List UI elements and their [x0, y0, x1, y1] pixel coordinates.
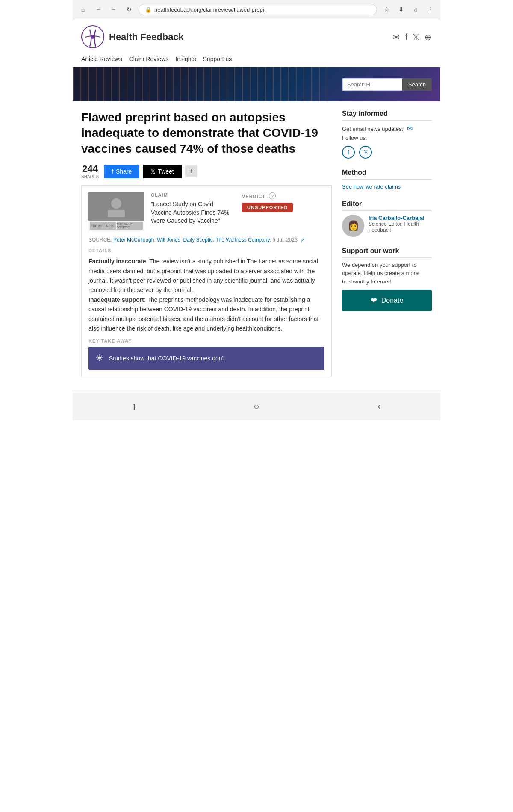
- source-author-4[interactable]: The Wellness Company: [215, 237, 269, 243]
- support-text: We depend on your support to operate. He…: [342, 261, 432, 286]
- search-button[interactable]: Search: [402, 78, 432, 91]
- facebook-share-label: Share: [116, 168, 132, 175]
- source-prefix: SOURCE:: [88, 237, 112, 243]
- nav-support-us[interactable]: Support us: [203, 53, 239, 67]
- donate-button[interactable]: ❤ Donate: [342, 290, 432, 311]
- claim-column: CLAIM "Lancet Study on Covid Vaccine Aut…: [151, 192, 233, 231]
- inadequate-support-label: Inadequate support: [88, 296, 144, 303]
- facebook-share-icon: f: [112, 168, 113, 175]
- facebook-share-button[interactable]: f Share: [104, 165, 139, 178]
- bottom-tabs-button[interactable]: ⫿: [124, 397, 143, 416]
- key-takeaway-label: KEY TAKE AWAY: [88, 338, 324, 343]
- support-title: Support our work: [342, 247, 432, 258]
- source-author-3[interactable]: Daily Sceptic: [183, 237, 212, 243]
- source-author-2[interactable]: Will Jones: [157, 237, 180, 243]
- claim-card: THE WELLNESS THE DAILY SCEPTIC CLAIM "La…: [81, 185, 332, 377]
- sidebar-method: Method See how we rate claims: [342, 169, 432, 190]
- shares-number: 244: [81, 163, 99, 174]
- donate-label: Donate: [381, 297, 404, 304]
- nav-claim-reviews[interactable]: Claim Reviews: [129, 53, 176, 67]
- email-icon[interactable]: ✉: [392, 32, 400, 42]
- editor-avatar: 👩: [342, 215, 364, 237]
- nav-insights[interactable]: Insights: [175, 53, 203, 67]
- twitter-share-icon: 𝕏: [150, 168, 155, 175]
- hero-banner: Search: [73, 67, 440, 101]
- source-line: SOURCE: Peter McCullough, Will Jones, Da…: [88, 237, 324, 243]
- sidebar-support: Support our work We depend on your suppo…: [342, 247, 432, 312]
- twitter-icon[interactable]: 𝕏: [413, 32, 419, 42]
- method-title: Method: [342, 169, 432, 180]
- editor-role: Science Editor, Health Feedback: [369, 221, 432, 233]
- donate-icon: ❤: [371, 296, 377, 305]
- star-button[interactable]: ☆: [380, 3, 392, 15]
- facebook-icon[interactable]: f: [405, 32, 407, 42]
- follow-us-text: Follow us:: [342, 134, 432, 142]
- sidebar: Stay informed Get email news updates: ✉ …: [342, 110, 432, 384]
- details-text: Factually inaccurate: The review isn't a…: [88, 257, 324, 333]
- stay-informed-title: Stay informed: [342, 110, 432, 121]
- search-input[interactable]: [342, 78, 402, 91]
- tab-count-button[interactable]: 4: [410, 3, 422, 15]
- verdict-label: VERDICT ?: [242, 192, 324, 199]
- twitter-share-button[interactable]: 𝕏 Tweet: [143, 165, 181, 178]
- address-bar[interactable]: 🔒 healthfeedback.org/claimreview/flawed-…: [139, 4, 377, 15]
- twitter-share-label: Tweet: [158, 168, 174, 175]
- editor-name[interactable]: Iria Carballo-Carbajal: [369, 215, 432, 221]
- shares-label: SHARES: [81, 174, 99, 179]
- svg-rect-3: [108, 210, 125, 217]
- editor-avatar-icon: 👩: [348, 220, 359, 231]
- nav-article-reviews[interactable]: Article Reviews: [81, 53, 129, 67]
- logo-area: Health Feedback: [81, 25, 184, 49]
- see-how-we-rate-link[interactable]: See how we rate claims: [342, 183, 401, 190]
- editor-title: Editor: [342, 200, 432, 211]
- lock-icon: 🔒: [145, 6, 152, 13]
- external-link-icon[interactable]: ↗: [301, 237, 305, 243]
- hero-bg-decoration: [73, 67, 330, 101]
- editor-area: 👩 Iria Carballo-Carbajal Science Editor,…: [342, 215, 432, 237]
- more-button[interactable]: ⋮: [424, 3, 436, 15]
- logo-text: Health Feedback: [109, 32, 184, 43]
- browser-action-icons: ☆ ⬇ 4 ⋮: [380, 3, 436, 15]
- claim-logo-sceptic: THE DAILY SCEPTIC: [117, 222, 143, 230]
- bottom-back-button[interactable]: ‹: [370, 397, 389, 416]
- editor-info: Iria Carballo-Carbajal Science Editor, H…: [369, 215, 432, 233]
- follow-icons: f 𝕏: [342, 146, 432, 159]
- claim-image-photo: [88, 192, 144, 221]
- forward-button[interactable]: →: [108, 3, 120, 15]
- stay-informed-email-text: Get email news updates: ✉: [342, 124, 432, 134]
- verdict-badge: UNSUPPORTED: [242, 203, 293, 212]
- key-takeaway-text: Studies show that COVID-19 vaccines don'…: [109, 355, 225, 362]
- factual-inaccurate-label: Factually inaccurate: [88, 258, 146, 265]
- claim-image: THE WELLNESS THE DAILY SCEPTIC: [88, 192, 144, 231]
- key-takeaway-box: ☀ Studies show that COVID-19 vaccines do…: [88, 347, 324, 370]
- source-date: 6 Jul. 2023: [272, 237, 298, 243]
- svg-point-2: [111, 198, 121, 209]
- source-author-1[interactable]: Peter McCullough: [113, 237, 154, 243]
- bottom-home-button[interactable]: ○: [247, 397, 266, 416]
- details-label: DETAILS: [88, 248, 324, 253]
- rss-icon[interactable]: ⊕: [425, 32, 432, 42]
- search-bar-area: Search: [342, 78, 432, 91]
- key-takeaway-icon: ☀: [95, 353, 104, 364]
- reload-button[interactable]: ↻: [123, 3, 135, 15]
- sidebar-stay-informed: Stay informed Get email news updates: ✉ …: [342, 110, 432, 159]
- svg-point-1: [91, 35, 95, 39]
- shares-count: 244 SHARES: [81, 163, 99, 179]
- verdict-help-icon[interactable]: ?: [269, 192, 276, 199]
- sidebar-twitter-icon[interactable]: 𝕏: [359, 146, 372, 159]
- claim-verdict-area: CLAIM "Lancet Study on Covid Vaccine Aut…: [151, 192, 324, 231]
- back-button[interactable]: ←: [92, 3, 104, 15]
- claim-text: "Lancet Study on Covid Vaccine Autopsies…: [151, 200, 233, 225]
- main-layout: Flawed preprint based on autopsies inade…: [73, 101, 440, 384]
- more-share-button[interactable]: +: [185, 165, 197, 177]
- email-subscribe-icon[interactable]: ✉: [405, 124, 415, 134]
- download-button[interactable]: ⬇: [395, 3, 407, 15]
- sidebar-facebook-icon[interactable]: f: [342, 146, 355, 159]
- home-button[interactable]: ⌂: [77, 3, 89, 15]
- share-bar: 244 SHARES f Share 𝕏 Tweet +: [81, 163, 332, 179]
- claim-card-top: THE WELLNESS THE DAILY SCEPTIC CLAIM "La…: [88, 192, 324, 231]
- verdict-column: VERDICT ? UNSUPPORTED: [242, 192, 324, 231]
- content-area: Flawed preprint based on autopsies inade…: [81, 110, 342, 384]
- site-header: Health Feedback ✉ f 𝕏 ⊕: [73, 19, 440, 49]
- url-text: healthfeedback.org/claimreview/flawed-pr…: [154, 6, 371, 13]
